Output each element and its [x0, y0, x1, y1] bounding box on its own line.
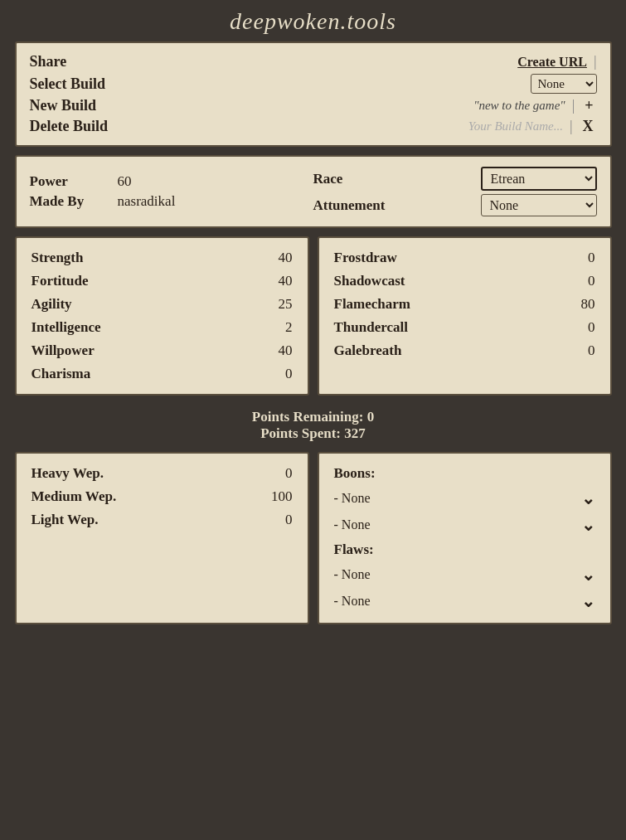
shadowcast-value: 0 [570, 273, 595, 289]
race-group: Race Etrean Adret Celtor Ganymede Gremor… [313, 167, 597, 216]
made-by-label: Made By [30, 193, 104, 210]
create-url-button[interactable]: Create URL [517, 55, 587, 70]
galebreath-value: 0 [570, 342, 595, 359]
intelligence-value: 2 [268, 319, 293, 336]
fortitude-value: 40 [268, 273, 293, 289]
divider: | [594, 53, 597, 70]
boons-flaws-panel: Boons: - None ⌄ - None ⌄ Flaws: - None ⌄… [318, 452, 612, 624]
thundercall-value: 0 [570, 319, 595, 336]
table-row: Intelligence 2 [32, 319, 293, 336]
table-row: Frostdraw 0 [334, 250, 595, 266]
select-build-dropdown[interactable]: None [531, 74, 597, 94]
strength-label: Strength [32, 250, 84, 266]
table-row: Medium Wep. 100 [32, 488, 293, 505]
table-row: Fortitude 40 [32, 273, 293, 289]
new-build-label: New Build [30, 97, 310, 114]
medium-wep-value: 100 [268, 488, 293, 505]
points-remaining: Points Remaining: 0 [15, 409, 612, 425]
boon2-chevron-icon: ⌄ [581, 517, 595, 533]
divider2: | [572, 97, 575, 114]
galebreath-label: Galebreath [334, 342, 402, 359]
attunement-dropdown[interactable]: None Flamecharm Frostdraw Thundercall Ga… [481, 194, 597, 216]
frostdraw-value: 0 [570, 250, 595, 266]
divider3: | [570, 118, 573, 135]
light-wep-value: 0 [268, 512, 293, 528]
light-wep-label: Light Wep. [32, 512, 99, 528]
power-value: 60 [118, 173, 132, 190]
flamecharm-label: Flamecharm [334, 296, 411, 313]
shadowcast-label: Shadowcast [334, 273, 405, 289]
flaw2-chevron-icon: ⌄ [581, 593, 595, 609]
flaw1-row[interactable]: - None ⌄ [334, 565, 595, 585]
table-row: Light Wep. 0 [32, 512, 293, 528]
table-row: Thundercall 0 [334, 319, 595, 336]
flaw2-label: - None [334, 594, 371, 609]
table-row: Strength 40 [32, 250, 293, 266]
agility-value: 25 [268, 296, 293, 313]
table-row: Shadowcast 0 [334, 273, 595, 289]
select-build-label: Select Build [30, 75, 310, 93]
strength-value: 40 [268, 250, 293, 266]
flaw1-chevron-icon: ⌄ [581, 566, 595, 583]
race-dropdown[interactable]: Etrean Adret Celtor Ganymede Gremor Khan… [481, 167, 597, 191]
fortitude-label: Fortitude [32, 273, 89, 289]
thundercall-label: Thundercall [334, 319, 408, 336]
table-row: Charisma 0 [32, 366, 293, 382]
willpower-label: Willpower [32, 342, 95, 359]
race-label: Race [313, 171, 388, 187]
add-build-button[interactable]: + [581, 97, 596, 114]
points-spent: Points Spent: 327 [15, 425, 612, 442]
delete-build-label: Delete Build [30, 118, 310, 135]
table-row: Willpower 40 [32, 342, 293, 359]
elemental-stats-panel: Frostdraw 0 Shadowcast 0 Flamecharm 80 T… [318, 236, 612, 396]
power-label: Power [30, 173, 104, 190]
character-info-panel: Power 60 Made By nasradikal Race Etrean … [15, 155, 612, 228]
power-group: Power 60 Made By nasradikal [30, 173, 313, 210]
boon2-row[interactable]: - None ⌄ [334, 515, 595, 535]
table-row: Heavy Wep. 0 [32, 465, 293, 482]
base-stats-panel: Strength 40 Fortitude 40 Agility 25 Inte… [15, 236, 309, 396]
build-management-panel: Share Create URL | Select Build None New… [15, 41, 612, 147]
attunement-label: Attunement [313, 197, 388, 214]
heavy-wep-value: 0 [268, 465, 293, 482]
flaw2-row[interactable]: - None ⌄ [334, 591, 595, 611]
intelligence-label: Intelligence [32, 319, 101, 336]
share-label: Share [30, 53, 310, 70]
site-title: deepwoken.tools [0, 0, 626, 41]
frostdraw-label: Frostdraw [334, 250, 397, 266]
points-summary: Points Remaining: 0 Points Spent: 327 [15, 404, 612, 444]
flaws-title: Flaws: [334, 541, 595, 558]
heavy-wep-label: Heavy Wep. [32, 465, 104, 482]
boon2-label: - None [334, 517, 371, 532]
flaw1-label: - None [334, 567, 371, 582]
table-row: Agility 25 [32, 296, 293, 313]
boon1-chevron-icon: ⌄ [581, 490, 595, 507]
attributes-row: Strength 40 Fortitude 40 Agility 25 Inte… [15, 236, 612, 396]
delete-build-button[interactable]: X [580, 118, 597, 135]
flamecharm-value: 80 [570, 296, 595, 313]
made-by-value: nasradikal [118, 193, 176, 210]
medium-wep-label: Medium Wep. [32, 488, 117, 505]
charisma-label: Charisma [32, 366, 91, 382]
willpower-value: 40 [268, 342, 293, 359]
build-name-input[interactable] [397, 119, 563, 134]
boons-title: Boons: [334, 465, 595, 482]
boon1-row[interactable]: - None ⌄ [334, 488, 595, 508]
new-build-hint: "new to the game" [473, 99, 565, 113]
table-row: Flamecharm 80 [334, 296, 595, 313]
boon1-label: - None [334, 491, 371, 506]
table-row: Galebreath 0 [334, 342, 595, 359]
charisma-value: 0 [268, 366, 293, 382]
weapons-boons-row: Heavy Wep. 0 Medium Wep. 100 Light Wep. … [15, 452, 612, 624]
agility-label: Agility [32, 296, 72, 313]
weapons-panel: Heavy Wep. 0 Medium Wep. 100 Light Wep. … [15, 452, 309, 624]
